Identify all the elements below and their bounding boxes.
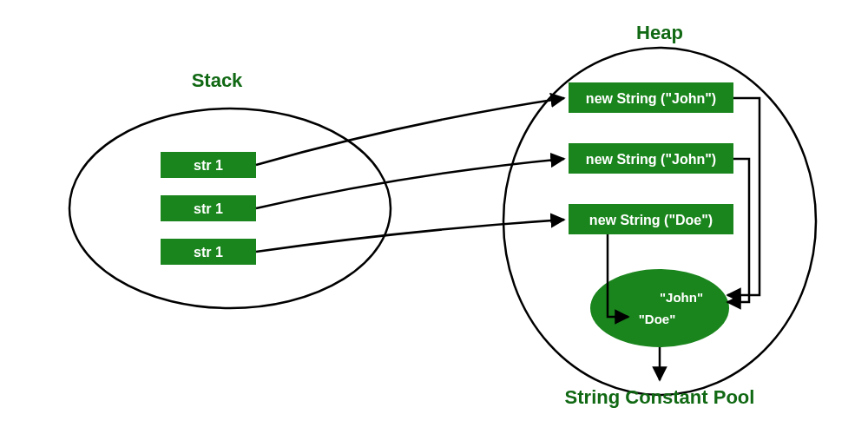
stack-item-label: str 1 — [194, 158, 223, 173]
reference-arrow — [256, 159, 564, 208]
string-constant-pool: "John" "Doe" — [590, 269, 729, 347]
svg-point-6 — [590, 269, 729, 347]
stack-item: str 1 — [161, 152, 256, 178]
stack-title: Stack — [192, 69, 243, 91]
heap-object-label: new String ("John") — [586, 152, 716, 167]
heap-object-label: new String ("John") — [586, 91, 716, 106]
memory-diagram: Stack str 1 str 1 str 1 Heap new String … — [0, 0, 868, 434]
pool-value: "Doe" — [639, 312, 676, 326]
string-constant-pool-title: String Constant Pool — [565, 386, 755, 408]
stack-item: str 1 — [161, 195, 256, 221]
heap-object: new String ("John") — [569, 143, 733, 174]
heap-object-label: new String ("Doe") — [589, 213, 713, 227]
stack-item-label: str 1 — [194, 201, 223, 216]
reference-arrow — [256, 220, 564, 252]
stack-item: str 1 — [161, 239, 256, 265]
intern-arrow — [727, 98, 760, 295]
heap-object: new String ("John") — [569, 82, 733, 113]
pool-value: "John" — [660, 290, 703, 305]
stack-item-label: str 1 — [194, 245, 223, 260]
reference-arrow — [256, 98, 564, 165]
heap-title: Heap — [636, 22, 683, 43]
heap-object: new String ("Doe") — [569, 204, 733, 234]
